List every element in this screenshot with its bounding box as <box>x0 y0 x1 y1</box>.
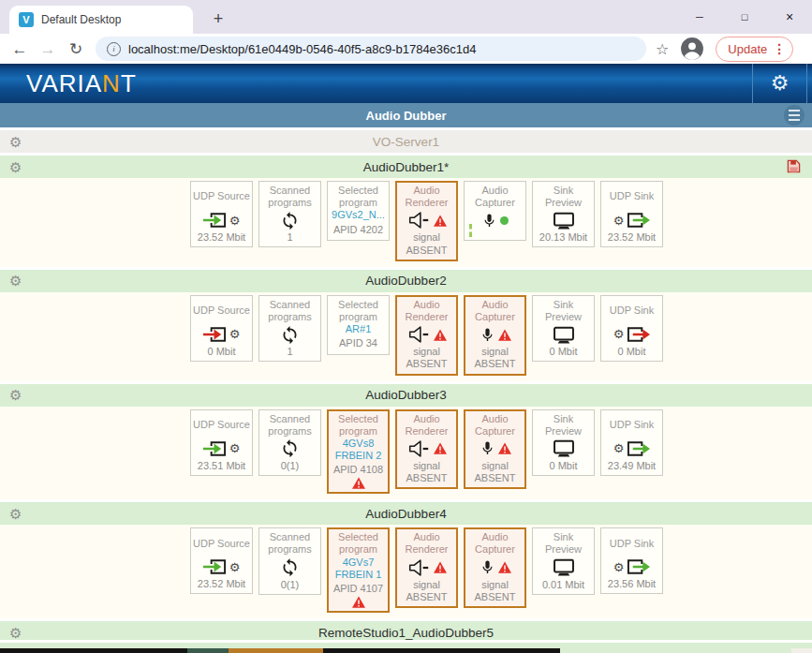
signal-status: signal ABSENT <box>466 460 524 484</box>
rescan-icon <box>280 557 300 577</box>
site-favicon: V <box>19 12 34 27</box>
audio-renderer-card[interactable]: Audio Renderersignal ABSENT <box>395 181 458 261</box>
gear-icon[interactable]: ⚙ <box>771 73 790 94</box>
back-icon[interactable]: ← <box>7 41 32 57</box>
card-label: Selected program <box>330 185 387 209</box>
bitrate-value: 0 Mbit <box>603 346 660 357</box>
card-label: Sink Preview <box>535 531 592 556</box>
close-button[interactable]: × <box>767 0 812 34</box>
forward-icon[interactable]: → <box>36 41 60 57</box>
new-tab-button[interactable]: + <box>206 7 230 31</box>
selected-program-card[interactable]: Selected program4GVs8 FRBEIN 2APID 4108 <box>327 409 390 495</box>
scanned-count: 0(1) <box>261 579 318 590</box>
audio-renderer-card[interactable]: Audio Renderersignal ABSENT <box>395 295 458 376</box>
group-header[interactable]: ⚙AudioDubber3 <box>0 384 812 407</box>
gear-icon[interactable]: ⚙ <box>229 561 241 573</box>
program-link[interactable]: AR#1 <box>330 323 387 335</box>
sink-preview-card[interactable]: Sink Preview0.01 Mbit <box>532 527 595 594</box>
scanned-programs-card[interactable]: Scanned programs1 <box>258 295 321 362</box>
active-dot <box>500 216 509 225</box>
gear-icon[interactable]: ⚙ <box>9 388 22 402</box>
warning-icon <box>434 561 447 573</box>
gear-icon[interactable]: ⚙ <box>9 135 22 149</box>
scanned-count: 1 <box>261 231 318 243</box>
gear-icon[interactable]: ⚙ <box>9 626 22 640</box>
speaker-mute-icon <box>406 439 431 458</box>
sink-preview-card[interactable]: Sink Preview20.13 Mbit <box>532 181 595 247</box>
udp-sink-card[interactable]: UDP Sink⚙23.56 Mbit <box>600 527 663 594</box>
warning-icon <box>498 442 511 454</box>
audio-capturer-card[interactable]: Audio Capturersignal ABSENT <box>464 409 526 490</box>
warning-icon <box>498 329 511 341</box>
card-label: Selected program <box>330 413 387 438</box>
gear-icon[interactable]: ⚙ <box>229 442 241 454</box>
audio-capturer-card[interactable]: Audio Capturersignal ABSENT <box>464 527 526 608</box>
sink-preview-card[interactable]: Sink Preview0 Mbit <box>532 295 595 362</box>
minimize-button[interactable]: ─ <box>677 0 722 34</box>
gear-icon[interactable]: ⚙ <box>229 215 241 227</box>
gear-icon[interactable]: ⚙ <box>613 215 625 227</box>
gear-icon[interactable]: ⚙ <box>613 442 625 454</box>
bookmark-star-icon[interactable]: ☆ <box>656 40 669 58</box>
variant-logo: VARIANT <box>26 71 137 96</box>
audio-capturer-card[interactable]: Audio Capturer <box>464 181 526 241</box>
page-title-bar: Audio Dubber <box>0 103 812 127</box>
program-link[interactable]: 4GVs8 FRBEIN 2 <box>330 438 387 462</box>
maximize-button[interactable]: □ <box>722 0 767 34</box>
selected-program-card[interactable]: Selected program4GVs7 FRBEIN 1APID 4107 <box>327 527 390 613</box>
card-label: UDP Sink <box>603 299 660 323</box>
udp-in-icon <box>203 439 227 458</box>
udp-sink-card[interactable]: UDP Sink⚙23.49 Mbit <box>600 409 663 476</box>
menu-burger-icon[interactable] <box>784 105 805 126</box>
person-icon <box>680 37 704 61</box>
gear-icon[interactable]: ⚙ <box>9 160 22 174</box>
udp-out-icon <box>627 325 650 344</box>
udp-source-card[interactable]: UDP Source⚙23.51 Mbit <box>190 409 253 476</box>
scanned-programs-card[interactable]: Scanned programs0(1) <box>258 527 321 594</box>
speaker-mute-icon <box>406 211 431 230</box>
audio-renderer-card[interactable]: Audio Renderersignal ABSENT <box>395 409 458 490</box>
settings-cell[interactable]: ⚙ <box>752 64 807 103</box>
program-link[interactable]: 9GVs2_N... <box>330 209 387 221</box>
refresh-icon[interactable]: ↻ <box>64 41 88 57</box>
bitrate-value: 23.52 Mbit <box>193 231 250 243</box>
warning-icon <box>434 329 447 341</box>
profile-avatar[interactable] <box>680 37 704 61</box>
card-row: UDP Source⚙23.52 MbitScanned programs0(1… <box>0 525 812 618</box>
group-header[interactable]: ⚙AudioDubber4 <box>0 502 812 525</box>
udp-source-card[interactable]: UDP Source⚙23.52 Mbit <box>190 181 253 247</box>
gear-icon[interactable]: ⚙ <box>9 507 22 521</box>
sink-preview-card[interactable]: Sink Preview0 Mbit <box>532 409 595 476</box>
monitor-icon <box>553 558 575 576</box>
card-label: Scanned programs <box>261 531 318 556</box>
selected-program-card[interactable]: Selected programAR#1APID 34 <box>327 295 390 355</box>
audio-capturer-card[interactable]: Audio Capturersignal ABSENT <box>464 295 526 376</box>
group-header[interactable]: ⚙AudioDubber1* <box>0 156 812 178</box>
group-header[interactable]: ⚙VO-Server1 <box>0 130 812 153</box>
rescan-icon <box>280 325 300 345</box>
audio-renderer-card[interactable]: Audio Renderersignal ABSENT <box>395 527 458 608</box>
url-field[interactable]: i localhost:me/Desktop/61e0449b-0546-40f… <box>96 37 646 61</box>
selected-program-card[interactable]: Selected program9GVs2_N...APID 4202 <box>327 181 390 241</box>
url-text[interactable]: localhost:me/Desktop/61e0449b-0546-40f5-… <box>128 42 477 56</box>
signal-status: signal ABSENT <box>398 346 455 370</box>
gear-icon[interactable]: ⚙ <box>229 328 241 340</box>
udp-sink-card[interactable]: UDP Sink⚙0 Mbit <box>600 295 663 362</box>
udp-source-card[interactable]: UDP Source⚙0 Mbit <box>190 295 253 362</box>
group-header[interactable]: ⚙AudioDubber2 <box>0 270 812 292</box>
warning-icon <box>498 561 511 573</box>
page-info-icon[interactable]: i <box>107 42 121 56</box>
gear-icon[interactable]: ⚙ <box>9 274 22 288</box>
udp-sink-card[interactable]: UDP Sink⚙23.52 Mbit <box>600 181 663 247</box>
save-icon[interactable] <box>787 159 801 173</box>
card-label: Scanned programs <box>261 413 318 438</box>
program-link[interactable]: 4GVs7 FRBEIN 1 <box>330 557 387 581</box>
bitrate-value: 23.56 Mbit <box>603 578 660 589</box>
udp-source-card[interactable]: UDP Source⚙23.52 Mbit <box>190 527 253 594</box>
scanned-programs-card[interactable]: Scanned programs0(1) <box>258 409 321 476</box>
scanned-programs-card[interactable]: Scanned programs1 <box>258 181 321 247</box>
browser-tab[interactable]: V Default Desktop <box>9 6 193 34</box>
update-button[interactable]: Update ⋮ <box>716 37 793 62</box>
gear-icon[interactable]: ⚙ <box>613 561 625 573</box>
gear-icon[interactable]: ⚙ <box>613 328 625 340</box>
